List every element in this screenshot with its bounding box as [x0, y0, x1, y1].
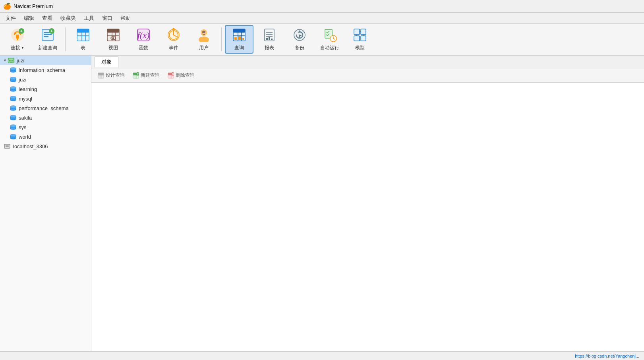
backup-icon [292, 28, 307, 44]
connect-icon: + [10, 28, 25, 44]
title-bar: 🍊 Navicat Premium [0, 0, 644, 13]
connect-dropdown-icon: ▼ [21, 46, 24, 50]
svg-rect-44 [238, 36, 241, 40]
db-icon-info [10, 67, 17, 73]
localhost-icon [3, 143, 11, 149]
svg-point-73 [10, 68, 16, 70]
svg-point-24 [112, 37, 114, 39]
sidebar-juzi-label: juzi [17, 58, 25, 64]
db-icon-sys [10, 124, 17, 130]
autorun-label: 自动运行 [320, 45, 339, 50]
sidebar-item-information-schema[interactable]: information_schema [0, 65, 91, 75]
svg-rect-1 [16, 35, 19, 39]
toolbar-autorun-btn[interactable]: 自动运行 [315, 25, 344, 54]
db-icon-world [10, 134, 17, 140]
table-icon [76, 28, 90, 44]
menu-view[interactable]: 查看 [38, 14, 56, 23]
svg-rect-93 [98, 73, 104, 75]
table-label: 表 [81, 45, 85, 50]
sidebar-item-sys[interactable]: sys [0, 122, 91, 132]
delete-query-btn[interactable]: 删除查询 [164, 71, 198, 80]
toolbar-separator-2 [221, 27, 222, 51]
toolbar-event-btn[interactable]: 事件 [159, 25, 188, 54]
menu-tools[interactable]: 工具 [80, 14, 98, 23]
svg-rect-61 [354, 29, 360, 35]
menu-file[interactable]: 文件 [2, 14, 20, 23]
delete-query-label: 删除查询 [176, 72, 195, 79]
toolbar-query-btn[interactable]: 查询 [225, 25, 253, 54]
toolbar-view-btn[interactable]: 视图 [99, 25, 128, 54]
content-toolbar: 设计查询 新建查询 [91, 68, 644, 83]
svg-point-36 [202, 33, 203, 33]
expand-arrow-icon: ▼ [3, 58, 7, 62]
content-tabs: 对象 [91, 56, 644, 68]
svg-rect-43 [234, 37, 237, 40]
toolbar-backup-btn[interactable]: 备份 [285, 25, 314, 54]
db-icon-perf [10, 105, 17, 111]
sidebar: ▼ juzi information_schema [0, 56, 91, 360]
toolbar: + 连接 ▼ + 新建查询 [0, 24, 644, 56]
sidebar-world-label: world [19, 134, 31, 140]
svg-rect-90 [6, 145, 9, 146]
db-icon-mysql [10, 95, 17, 102]
toolbar-separator-1 [65, 27, 66, 51]
toolbar-model-btn[interactable]: 模型 [346, 25, 374, 54]
svg-rect-91 [6, 146, 9, 147]
backup-label: 备份 [295, 45, 304, 50]
design-query-label: 设计查询 [106, 72, 125, 79]
svg-rect-51 [269, 37, 270, 40]
svg-rect-14 [77, 29, 89, 33]
sidebar-item-mysql[interactable]: mysql [0, 94, 91, 103]
menu-window[interactable]: 窗口 [98, 14, 116, 23]
svg-point-37 [205, 33, 205, 33]
event-label: 事件 [169, 45, 178, 50]
query-icon [232, 28, 246, 44]
sidebar-item-learning[interactable]: learning [0, 84, 91, 94]
view-label: 视图 [108, 45, 118, 50]
autorun-icon [323, 28, 337, 44]
sidebar-item-juzi-db[interactable]: juzi [0, 75, 91, 84]
status-bar: https://blog.csdn.net/Yangchenj... [0, 351, 644, 360]
sidebar-item-localhost[interactable]: localhost_3306 [0, 141, 91, 151]
menu-help[interactable]: 帮助 [116, 14, 135, 23]
main-area: ▼ juzi information_schema [0, 56, 644, 360]
db-icon-sakila [10, 114, 17, 121]
svg-rect-63 [354, 36, 360, 41]
content-body [91, 83, 644, 360]
model-label: 模型 [355, 45, 365, 50]
sidebar-item-juzi[interactable]: ▼ juzi [0, 56, 91, 65]
sidebar-juzi-db-label: juzi [19, 77, 27, 83]
new-query-action-btn[interactable]: 新建查询 [130, 71, 163, 80]
newquery-icon: + [41, 28, 55, 44]
function-label: 函数 [139, 45, 148, 50]
design-query-btn[interactable]: 设计查询 [95, 71, 128, 80]
svg-rect-39 [233, 29, 245, 33]
sidebar-item-sakila[interactable]: sakila [0, 113, 91, 122]
toolbar-connect-btn[interactable]: + 连接 ▼ [3, 25, 32, 54]
svg-rect-64 [361, 36, 366, 41]
toolbar-report-btn[interactable]: 报表 [255, 25, 284, 54]
sidebar-learning-label: learning [19, 86, 37, 92]
sidebar-item-performance-schema[interactable]: performance_schema [0, 103, 91, 113]
svg-point-33 [199, 37, 209, 42]
report-icon [262, 28, 277, 44]
juzi-conn-icon [8, 57, 15, 64]
toolbar-newquery-btn[interactable]: + 新建查询 [33, 25, 62, 54]
tab-objects[interactable]: 对象 [95, 56, 118, 67]
menu-edit[interactable]: 编辑 [20, 14, 38, 23]
db-icon-juzi [10, 76, 17, 83]
menu-bar: 文件 编辑 查看 收藏夹 工具 窗口 帮助 [0, 13, 644, 24]
user-icon [197, 28, 211, 44]
svg-rect-4 [17, 39, 18, 40]
toolbar-function-btn[interactable]: f(x) 函数 [129, 25, 158, 54]
toolbar-user-btn[interactable]: 用户 [190, 25, 218, 54]
svg-point-77 [10, 87, 16, 89]
svg-rect-62 [361, 29, 366, 35]
delete-query-icon [168, 72, 174, 79]
sidebar-item-world[interactable]: world [0, 132, 91, 141]
app-title: Navicat Premium [14, 3, 53, 9]
svg-point-2 [15, 33, 16, 34]
menu-favorites[interactable]: 收藏夹 [56, 14, 80, 23]
toolbar-table-btn[interactable]: 表 [69, 25, 97, 54]
connect-label: 连接 [11, 45, 20, 50]
